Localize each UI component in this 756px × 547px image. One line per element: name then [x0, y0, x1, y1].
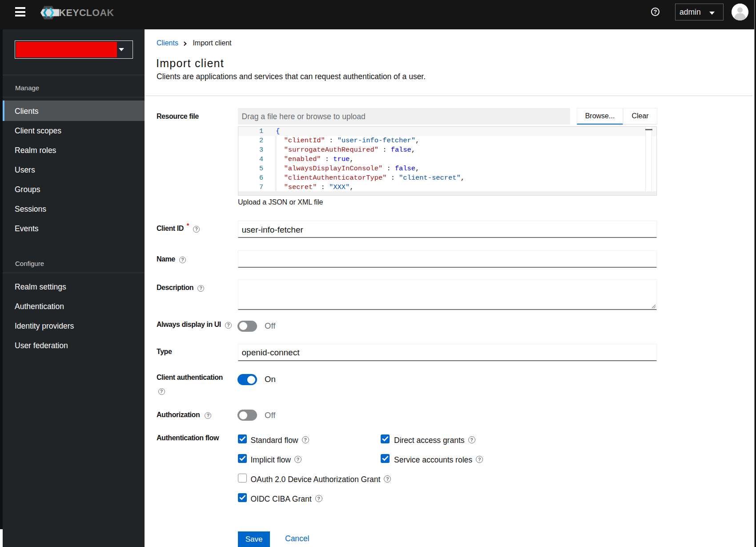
svg-text:KEYCLOAK: KEYCLOAK	[59, 8, 114, 18]
